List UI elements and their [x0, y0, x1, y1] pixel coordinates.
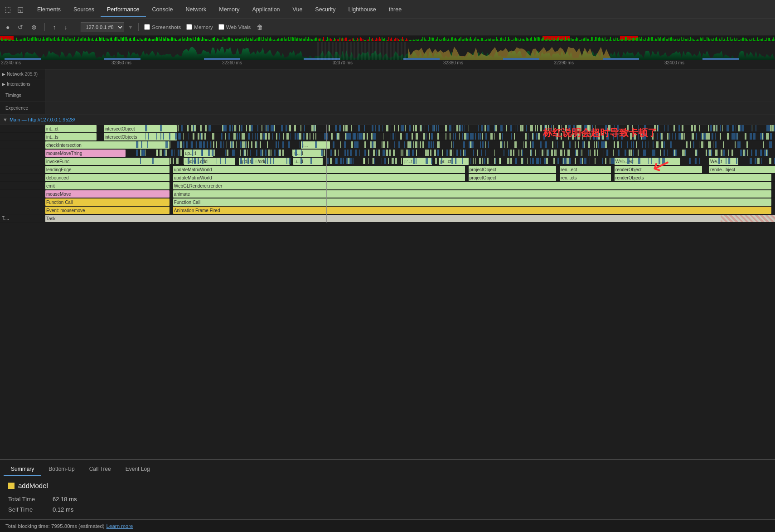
network-section-row[interactable]: ▶ Network 205.9) — [0, 69, 775, 79]
flame-row-5[interactable]: debouncedupdateMatrixWorldprojectObjectr… — [0, 174, 775, 182]
dropdown-arrow: ▼ — [128, 24, 133, 30]
row-label-9 — [0, 141, 45, 149]
nav-tab-network[interactable]: Network — [179, 3, 213, 17]
flame-block-6-0[interactable]: leadingEdge — [45, 166, 170, 173]
flame-block-5-0[interactable]: debounced — [45, 174, 170, 181]
webvitals-checkbox[interactable] — [218, 24, 224, 30]
flame-row-0[interactable]: T....Task — [0, 214, 775, 222]
interactions-section-row[interactable]: ▶ Interactions — [0, 79, 775, 89]
upload-button[interactable]: ↑ — [50, 23, 58, 32]
nav-tab-memory[interactable]: Memory — [213, 3, 246, 17]
nav-tab-elements[interactable]: Elements — [31, 3, 67, 17]
cursor-icon[interactable]: ⬚ — [3, 4, 13, 15]
nav-tab-sources[interactable]: Sources — [67, 3, 101, 17]
trash-button[interactable]: 🗑 — [254, 23, 265, 32]
row-label-0: T.... — [0, 214, 45, 222]
flame-block-10-0[interactable]: int...ts — [45, 133, 97, 140]
bottom-tab-call-tree[interactable]: Call Tree — [82, 463, 118, 476]
flame-block-3-0[interactable]: mouseMove — [45, 190, 170, 198]
flame-block-11-0[interactable]: int...ct — [45, 125, 97, 132]
row-label-10 — [0, 133, 45, 140]
flame-row-2[interactable]: Function CallFunction Call — [0, 198, 775, 206]
flame-block-6-2[interactable]: projectObject — [469, 166, 556, 173]
row-label-5 — [0, 174, 45, 181]
flame-block-8-0[interactable]: mouseMoveThing — [45, 150, 126, 157]
timeline-overview[interactable] — [0, 35, 775, 60]
flame-block-label-7-6: Web...ect — [615, 159, 635, 164]
experience-text: Experience — [5, 106, 28, 111]
flame-block-1-1[interactable]: Animation Frame Fired — [173, 207, 771, 214]
flame-block-6-4[interactable]: renderObject — [615, 166, 702, 173]
download-button[interactable]: ↓ — [62, 23, 69, 32]
flame-block-label-11-0: int...ct — [46, 126, 58, 131]
nav-tab-vue[interactable]: Vue — [286, 3, 309, 17]
flame-block-5-3[interactable]: ren...cts — [560, 174, 611, 181]
flame-block-2-1[interactable]: Function Call — [173, 198, 771, 206]
row-content-9: checkIntersectionu... — [45, 141, 775, 149]
screenshots-checkbox-label[interactable]: Screenshots — [144, 24, 181, 30]
nav-tab-performance[interactable]: Performance — [101, 3, 146, 17]
scale-labels: 32340 ms32350 ms32360 ms32370 ms32380 ms… — [1, 60, 775, 69]
nav-tab-three[interactable]: three — [383, 3, 408, 17]
memory-checkbox[interactable] — [186, 24, 192, 30]
bottom-tab-summary[interactable]: Summary — [4, 463, 41, 476]
network-row-content — [45, 69, 775, 79]
flame-block-5-4[interactable]: renderObjects — [615, 174, 771, 181]
flame-block-4-0[interactable]: emit — [45, 182, 170, 189]
flame-row-9[interactable]: checkIntersectionu... — [0, 141, 775, 149]
separator-3 — [138, 23, 139, 31]
flame-row-3[interactable]: mouseMoveanimate — [0, 190, 775, 198]
reload-button[interactable]: ↺ — [15, 23, 25, 32]
main-thread-text: Main — http://127.0.0.1:9528/ — [10, 117, 75, 122]
flame-block-label-2-0: Function Call — [46, 200, 73, 205]
scale-label-0: 32340 ms — [1, 60, 21, 65]
flame-block-label-6-2: projectObject — [470, 167, 496, 172]
row-label-3 — [0, 190, 45, 198]
summary-content: addModel Total Time 62.18 ms Self Time 0… — [0, 476, 775, 519]
row-content-10: int...tsintersectObjects — [45, 133, 775, 141]
webvitals-checkbox-label[interactable]: Web Vitals — [218, 24, 251, 30]
flame-row-10[interactable]: int...tsintersectObjects — [0, 133, 775, 141]
flame-block-5-1[interactable]: updateMatrixWorld — [173, 174, 465, 181]
bottom-tab-bottom-up[interactable]: Bottom-Up — [41, 463, 82, 476]
flame-row-4[interactable]: emitWebGLRenderer.render — [0, 182, 775, 190]
flame-block-2-0[interactable]: Function Call — [45, 198, 170, 206]
row-content-7: invokeFuncupdat...orldupdat...Worldu...d… — [45, 157, 775, 165]
learn-more-link[interactable]: Learn more — [107, 523, 133, 529]
flame-block-3-1[interactable]: animate — [173, 190, 771, 198]
session-select[interactable]: 127.0.0.1 #8 — [81, 22, 124, 32]
flame-row-1[interactable]: Event: mousemoveAnimation Frame Fired — [0, 206, 775, 214]
flame-block-label-10-1: intersectObjects — [105, 135, 137, 140]
row-label-6 — [0, 165, 45, 173]
screenshots-checkbox[interactable] — [144, 24, 150, 30]
nav-tab-console[interactable]: Console — [146, 3, 179, 17]
interactions-label: ▶ Interactions — [0, 79, 45, 89]
flame-block-0-0[interactable]: Task — [45, 215, 775, 222]
flame-row-8[interactable]: mouseMoveThingup...du...d — [0, 149, 775, 157]
row-label-4 — [0, 182, 45, 189]
flame-row-7[interactable]: invokeFuncupdat...orldupdat...Worldu...d… — [0, 157, 775, 165]
stop-button[interactable]: ⊗ — [29, 23, 39, 32]
flame-block-9-0[interactable]: checkIntersection — [45, 141, 170, 149]
nav-tab-security[interactable]: Security — [309, 3, 342, 17]
flame-block-1-0[interactable]: Event: mousemove — [45, 207, 170, 214]
flame-block-6-1[interactable]: updateMatrixWorld — [173, 166, 465, 173]
overview-top-row — [0, 35, 775, 42]
flame-row-11[interactable]: int...ctintersectObject — [0, 125, 775, 133]
flame-block-label-2-1: Function Call — [174, 200, 200, 205]
inspect-icon[interactable]: ◱ — [15, 4, 25, 15]
nav-tab-lighthouse[interactable]: Lighthouse — [342, 3, 383, 17]
bottom-tab-event-log[interactable]: Event Log — [118, 463, 157, 476]
flame-row-6[interactable]: leadingEdgeupdateMatrixWorldprojectObjec… — [0, 165, 775, 174]
flame-block-5-2[interactable]: projectObject — [469, 174, 556, 181]
interactions-text: Interactions — [7, 82, 30, 87]
flame-block-4-1[interactable]: WebGLRenderer.render — [173, 182, 771, 189]
flame-block-6-5[interactable]: rende...bject — [709, 166, 775, 173]
nav-tab-application[interactable]: Application — [246, 3, 286, 17]
record-button[interactable]: ● — [4, 23, 12, 32]
flame-block-6-3[interactable]: ren...ect — [560, 166, 611, 173]
memory-checkbox-label[interactable]: Memory — [186, 24, 213, 30]
total-time-row: Total Time 62.18 ms — [8, 496, 767, 503]
flame-block-7-0[interactable]: invokeFunc — [45, 158, 170, 165]
row-content-1: Event: mousemoveAnimation Frame Fired — [45, 206, 775, 214]
